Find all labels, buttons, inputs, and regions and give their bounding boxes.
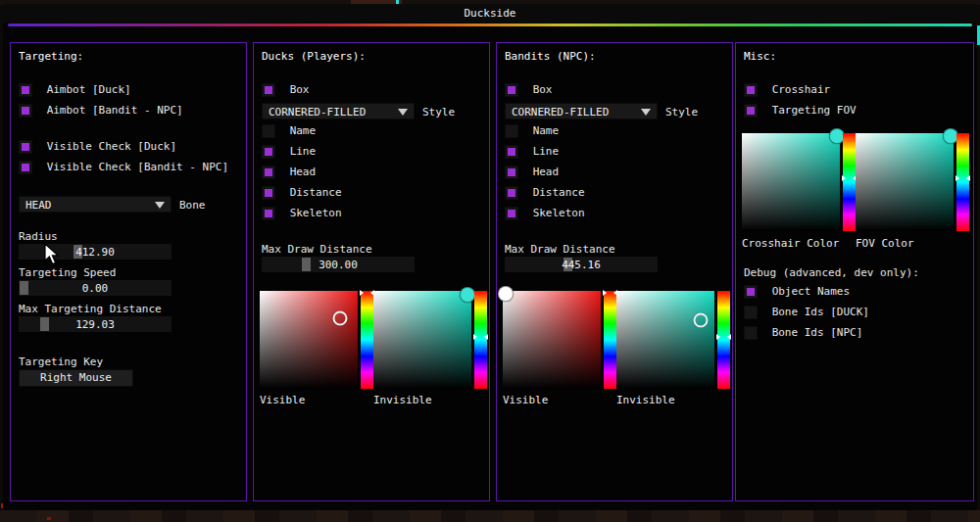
- fov-color-picker[interactable]: [856, 133, 975, 231]
- max-targeting-distance-slider[interactable]: 129.03: [19, 316, 172, 332]
- color-cursor[interactable]: [694, 313, 709, 328]
- checkbox-bone-ids-npc[interactable]: Bone Ids [NPC]: [744, 326, 862, 341]
- checkbox-ducks-box[interactable]: Box: [262, 83, 310, 98]
- hue-bar[interactable]: [843, 133, 856, 231]
- ducks-visible-color-picker[interactable]: [260, 291, 379, 389]
- checkbox-box[interactable]: [262, 83, 275, 97]
- checkbox-box[interactable]: [744, 285, 758, 299]
- checkbox-box[interactable]: [262, 124, 275, 138]
- checkbox-visible-check-duck[interactable]: Visible Check [Duck]: [19, 140, 176, 155]
- checkbox-box[interactable]: [505, 83, 518, 97]
- checkbox-bandits-skeleton[interactable]: Skeleton: [505, 207, 585, 221]
- checkbox-box[interactable]: [505, 207, 518, 220]
- checkbox-crosshair[interactable]: Crosshair: [744, 83, 830, 98]
- saturation-value-box[interactable]: [503, 291, 601, 389]
- checkbox-box[interactable]: [19, 83, 32, 97]
- checkbox-ducks-skeleton[interactable]: Skeleton: [262, 207, 342, 221]
- saturation-value-box[interactable]: [373, 291, 471, 389]
- checkbox-visible-check-bandit[interactable]: Visible Check [Bandit - NPC]: [19, 161, 228, 175]
- style-combo-value: CORNERED-FILLED: [512, 106, 609, 119]
- checkbox-box[interactable]: [262, 166, 275, 179]
- checkbox-ducks-head[interactable]: Head: [262, 166, 316, 180]
- checkbox-bandits-name[interactable]: Name: [505, 124, 559, 139]
- checkbox-box[interactable]: [19, 161, 32, 174]
- checkbox-label: Line: [290, 145, 317, 159]
- crosshair-color-label: Crosshair Color: [742, 237, 839, 250]
- duckside-window: Duckside Targeting: Aimbot [Duck] Aimbot…: [3, 4, 977, 510]
- bandits-max-draw-distance-slider[interactable]: 445.16: [505, 257, 658, 272]
- checkbox-label: Targeting FOV: [772, 104, 857, 118]
- checkbox-label: Skeleton: [533, 207, 585, 220]
- color-cursor[interactable]: [498, 286, 514, 302]
- checkbox-label: Crosshair: [772, 83, 831, 97]
- checkbox-box[interactable]: [262, 186, 275, 200]
- targeting-key-button[interactable]: Right Mouse: [19, 369, 133, 387]
- checkbox-bandits-line[interactable]: Line: [505, 145, 559, 160]
- targeting-speed-slider[interactable]: 0.00: [19, 280, 172, 296]
- style-combo-label: Style: [665, 106, 698, 119]
- game-background-bottom: [0, 510, 980, 522]
- checkbox-aimbot-duck[interactable]: Aimbot [Duck]: [19, 83, 131, 98]
- bandits-style-combo[interactable]: CORNERED-FILLED: [505, 103, 658, 119]
- saturation-value-box[interactable]: [260, 291, 358, 389]
- checkbox-box[interactable]: [262, 207, 275, 220]
- hue-bar[interactable]: [956, 133, 969, 231]
- checkbox-label: Box: [290, 83, 310, 97]
- checkbox-label: Object Names: [772, 285, 850, 299]
- max-targeting-distance-label: Max Targeting Distance: [19, 303, 162, 315]
- checkbox-box[interactable]: [505, 145, 518, 159]
- hue-bar[interactable]: [604, 291, 616, 389]
- crosshair-color-picker[interactable]: [742, 133, 861, 231]
- targeting-speed-label: Targeting Speed: [19, 266, 116, 279]
- bandits-invisible-label: Invisible: [616, 394, 675, 406]
- checkbox-label: Name: [290, 124, 317, 138]
- checkbox-label: Aimbot [Duck]: [47, 83, 131, 97]
- hue-bar[interactable]: [474, 291, 487, 389]
- title-bar[interactable]: Duckside: [3, 4, 977, 23]
- checkbox-bandits-box[interactable]: Box: [505, 83, 553, 98]
- checkbox-box[interactable]: [262, 145, 275, 159]
- saturation-value-box[interactable]: [616, 291, 714, 389]
- checkbox-label: Visible Check [Bandit - NPC]: [47, 161, 228, 174]
- radius-slider[interactable]: 412.90: [19, 244, 172, 260]
- bone-combo[interactable]: HEAD: [19, 196, 172, 213]
- checkbox-ducks-name[interactable]: Name: [262, 124, 316, 139]
- ducks-invisible-label: Invisible: [373, 394, 432, 406]
- radius-label: Radius: [19, 230, 58, 243]
- ducks-invisible-color-picker[interactable]: [373, 291, 493, 389]
- bandits-invisible-color-picker[interactable]: [616, 291, 736, 389]
- checkbox-box[interactable]: [744, 83, 758, 97]
- bandits-visible-color-picker[interactable]: [503, 291, 622, 389]
- color-cursor[interactable]: [333, 311, 348, 326]
- checkbox-box[interactable]: [744, 104, 758, 118]
- checkbox-label: Line: [533, 145, 560, 159]
- checkbox-label: Aimbot [Bandit - NPC]: [47, 104, 183, 118]
- slider-value: 445.16: [505, 259, 658, 271]
- ducks-max-draw-distance-label: Max Draw Distance: [262, 243, 372, 256]
- ducks-max-draw-distance-slider[interactable]: 300.00: [262, 257, 415, 272]
- checkbox-box[interactable]: [505, 124, 518, 138]
- checkbox-ducks-distance[interactable]: Distance: [262, 186, 342, 201]
- checkbox-box[interactable]: [19, 140, 32, 154]
- checkbox-object-names[interactable]: Object Names: [744, 285, 850, 300]
- checkbox-targeting-fov[interactable]: Targeting FOV: [744, 104, 857, 119]
- saturation-value-box[interactable]: [742, 133, 840, 231]
- saturation-value-box[interactable]: [856, 133, 954, 231]
- checkbox-box[interactable]: [744, 326, 758, 340]
- checkbox-ducks-line[interactable]: Line: [262, 145, 316, 160]
- hue-bar[interactable]: [717, 291, 730, 389]
- checkbox-box[interactable]: [19, 104, 32, 118]
- checkbox-box[interactable]: [744, 306, 758, 319]
- checkbox-aimbot-bandit[interactable]: Aimbot [Bandit - NPC]: [19, 104, 183, 119]
- style-combo-value: CORNERED-FILLED: [269, 106, 366, 119]
- checkbox-label: Box: [533, 83, 553, 97]
- checkbox-bandits-distance[interactable]: Distance: [505, 186, 585, 201]
- hue-bar[interactable]: [361, 291, 373, 389]
- checkbox-box[interactable]: [505, 186, 518, 200]
- color-cursor[interactable]: [460, 287, 475, 303]
- checkbox-box[interactable]: [505, 166, 518, 179]
- slider-value: 300.00: [262, 259, 415, 271]
- checkbox-bandits-head[interactable]: Head: [505, 166, 559, 180]
- ducks-style-combo[interactable]: CORNERED-FILLED: [262, 103, 415, 119]
- checkbox-bone-ids-duck[interactable]: Bone Ids [DUCK]: [744, 306, 869, 320]
